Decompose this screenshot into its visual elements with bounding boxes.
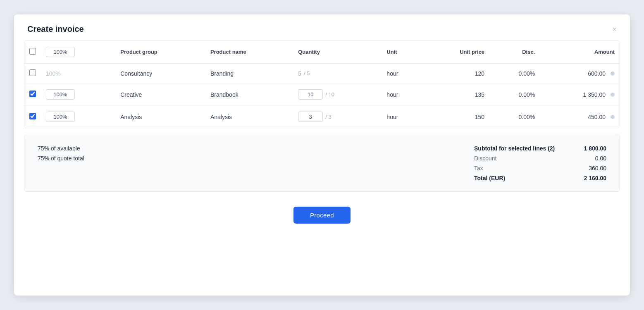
row2-qty-input[interactable] — [298, 89, 323, 100]
row2-checkbox-cell — [24, 83, 41, 106]
modal-overlay: Create invoice × Product group Product n… — [0, 0, 644, 310]
invoice-table: Product group Product name Quantity Unit… — [24, 41, 620, 128]
row1-quantity-cell: 5 / 5 — [293, 63, 382, 83]
row2-qty-max: / 10 — [325, 91, 334, 98]
proceed-button[interactable]: Proceed — [293, 207, 351, 224]
row2-amount: 1 350.00 — [540, 83, 620, 106]
header-unit-price: Unit price — [423, 41, 489, 63]
row1-checkbox[interactable] — [29, 69, 36, 76]
discount-value: 0.00 — [573, 155, 606, 162]
tax-row: Tax 360.00 — [474, 165, 606, 172]
row2-unit-price: 135 — [423, 83, 489, 106]
row3-checkbox[interactable] — [29, 113, 36, 119]
pct-available-text: 75% of available — [38, 145, 84, 152]
header-unit: Unit — [382, 41, 423, 63]
row1-amount-value: 600.00 — [588, 70, 606, 77]
row3-checkbox-cell — [24, 106, 41, 128]
row2-unit: hour — [382, 83, 423, 106]
row3-pct-cell — [41, 106, 115, 128]
summary-section: 75% of available 75% of quote total Subt… — [24, 135, 620, 192]
row1-pct-cell: 100% — [41, 63, 115, 83]
row1-status-dot — [611, 72, 615, 76]
row3-status-dot — [611, 115, 615, 119]
row1-unit: hour — [382, 63, 423, 83]
row2-amount-value: 1 350.00 — [583, 91, 606, 98]
subtotal-row: Subtotal for selected lines (2) 1 800.00 — [474, 145, 606, 152]
summary-left: 75% of available 75% of quote total — [38, 145, 84, 181]
header-product-group: Product group — [115, 41, 205, 63]
row2-status-dot — [611, 93, 615, 97]
table-row: Creative Brandbook / 10 hour 135 0.00% — [24, 83, 620, 106]
header-quantity: Quantity — [293, 41, 382, 63]
table-row: 100% Consultancy Branding 5 / 5 hour 120 — [24, 63, 620, 83]
header-checkbox[interactable] — [29, 48, 36, 55]
row3-product-name: Analysis — [205, 106, 293, 128]
row1-pct-text: 100% — [46, 70, 61, 77]
summary-right: Subtotal for selected lines (2) 1 800.00… — [474, 145, 606, 181]
row1-disc: 0.00% — [489, 63, 540, 83]
header-product-name: Product name — [205, 41, 293, 63]
row3-qty-max: / 3 — [325, 114, 331, 120]
table-header-row: Product group Product name Quantity Unit… — [24, 41, 620, 63]
row3-unit-price: 150 — [423, 106, 489, 128]
header-checkbox-cell — [24, 41, 41, 63]
tax-value: 360.00 — [573, 165, 606, 172]
subtotal-value: 1 800.00 — [573, 145, 606, 152]
modal-footer: Proceed — [14, 198, 630, 235]
modal: Create invoice × Product group Product n… — [14, 14, 630, 296]
tax-label: Tax — [474, 165, 483, 172]
row2-pct-cell — [41, 83, 115, 106]
row3-amount-value: 450.00 — [588, 114, 606, 120]
discount-row: Discount 0.00 — [474, 155, 606, 162]
row3-pct-input[interactable] — [46, 112, 75, 122]
row2-product-group: Creative — [115, 83, 205, 106]
row1-unit-price: 120 — [423, 63, 489, 83]
pct-quote-text: 75% of quote total — [38, 155, 84, 162]
table-row: Analysis Analysis / 3 hour 150 0.00% — [24, 106, 620, 128]
close-button[interactable]: × — [612, 26, 617, 33]
header-percent — [41, 41, 115, 63]
row2-pct-input[interactable] — [46, 89, 75, 100]
modal-title: Create invoice — [27, 24, 84, 34]
row2-disc: 0.00% — [489, 83, 540, 106]
row1-product-group: Consultancy — [115, 63, 205, 83]
row2-product-name: Brandbook — [205, 83, 293, 106]
row3-quantity-cell: / 3 — [293, 106, 382, 128]
row3-qty-input[interactable] — [298, 112, 323, 122]
row3-amount: 450.00 — [540, 106, 620, 128]
invoice-table-container: Product group Product name Quantity Unit… — [24, 41, 620, 128]
header-percent-input[interactable] — [46, 47, 75, 57]
row2-checkbox[interactable] — [29, 91, 36, 97]
row3-disc: 0.00% — [489, 106, 540, 128]
subtotal-label: Subtotal for selected lines (2) — [474, 145, 555, 152]
row2-quantity-cell: / 10 — [293, 83, 382, 106]
row3-product-group: Analysis — [115, 106, 205, 128]
header-disc: Disc. — [489, 41, 540, 63]
row1-amount: 600.00 — [540, 63, 620, 83]
row1-qty-max: / 5 — [304, 70, 310, 76]
row1-checkbox-cell — [24, 63, 41, 83]
total-row: Total (EUR) 2 160.00 — [474, 175, 606, 181]
header-amount: Amount — [540, 41, 620, 63]
total-value: 2 160.00 — [573, 175, 606, 181]
discount-label: Discount — [474, 155, 496, 162]
modal-header: Create invoice × — [14, 14, 630, 41]
row1-product-name: Branding — [205, 63, 293, 83]
row1-qty-value: 5 — [298, 70, 301, 77]
row3-unit: hour — [382, 106, 423, 128]
total-label: Total (EUR) — [474, 175, 505, 181]
